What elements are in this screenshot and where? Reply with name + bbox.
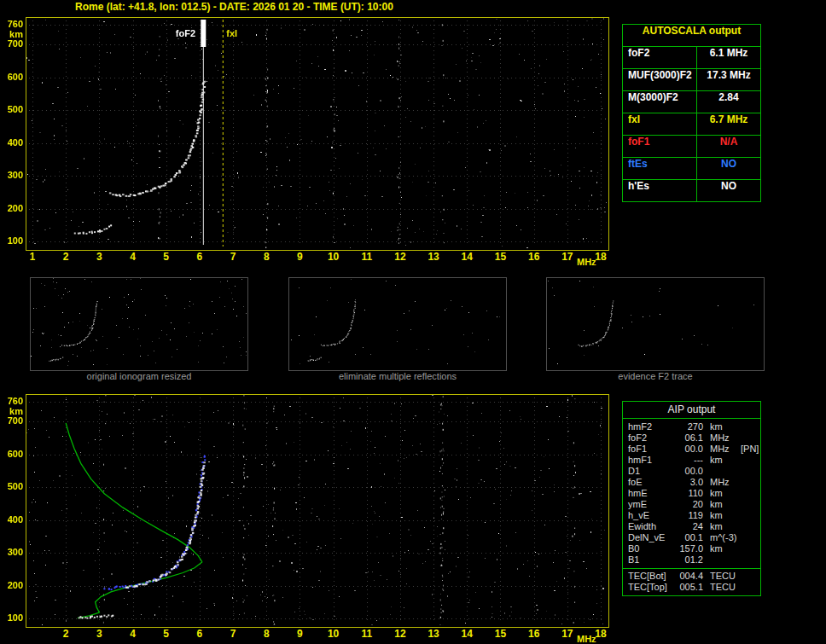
autoscala-row: fxI6.7 MHz (623, 113, 760, 136)
aip-param-unit: m^(-3) (703, 532, 739, 543)
autoscala-param-value: 17.3 MHz (697, 69, 760, 90)
y-tick-label: 200 (1, 203, 23, 213)
y-tick-label: 500 (1, 104, 23, 114)
x-tick-label: 11 (361, 628, 372, 640)
y-tick-label: 600 (1, 449, 23, 459)
aip-param-unit: MHz (703, 444, 739, 455)
autoscala-row: ftEsNO (623, 158, 760, 180)
x-tick-label: 7 (230, 628, 236, 640)
aip-row: B0157.0km (623, 543, 760, 554)
autoscala-param-label: MUF(3000)F2 (623, 69, 697, 90)
thumbnail-evidence-f2-trace-image (547, 278, 764, 367)
x-tick-label: 16 (528, 628, 539, 640)
aip-param-value: 157.0 (674, 543, 703, 554)
aip-param-note (739, 477, 760, 488)
autoscala-row: M(3000)F22.84 (623, 91, 760, 113)
aip-param-note (739, 432, 760, 444)
aip-param-name: D1 (623, 466, 674, 477)
aip-param-name: Ewidth (623, 521, 674, 532)
aip-param-name: h_vE (623, 510, 674, 521)
aip-param-note: [PN] (739, 444, 760, 455)
x-tick-label: 13 (428, 251, 439, 263)
aip-param-note (739, 554, 760, 566)
station-date-title: Rome (lat: +41.8, lon: 012.5) - DATE: 20… (75, 1, 393, 13)
x-axis-unit-label: MHz (577, 634, 596, 644)
x-tick-label: 16 (528, 251, 539, 263)
aip-param-name: DelN_vE (623, 532, 674, 543)
aip-row: B101.2 (623, 554, 760, 566)
y-tick-label: 500 (1, 481, 23, 491)
aip-param-note (739, 582, 760, 593)
autoscala-param-label: fxI (623, 113, 697, 135)
aip-output-table: AIP output hmF2270kmfoF206.1MHzfoF100.0M… (622, 401, 761, 596)
ionogram-plot-top (26, 17, 609, 251)
aip-param-note (739, 532, 760, 543)
thumbnail-eliminate-reflections (288, 277, 507, 371)
aip-row: D100.0 (623, 466, 760, 477)
aip-param-unit: km (703, 455, 739, 466)
autoscala-param-label: ftEs (623, 158, 697, 179)
x-tick-label: 15 (495, 251, 506, 263)
y-tick-label: 760 (1, 19, 23, 29)
aip-param-note (739, 571, 760, 582)
x-tick-label: 3 (96, 628, 102, 640)
autoscala-window: Rome (lat: +41.8, lon: 012.5) - DATE: 20… (0, 0, 826, 644)
aip-param-unit: TECU (703, 582, 739, 593)
x-tick-label: 2 (63, 628, 69, 640)
y-tick-label: 400 (1, 514, 23, 525)
aip-param-note (739, 510, 760, 521)
x-tick-label: 12 (394, 251, 405, 263)
thumbnail-eliminate-reflections-image (289, 278, 506, 367)
ionogram-plot-bottom (26, 394, 609, 628)
aip-param-value: 005.1 (674, 582, 703, 593)
aip-row: foF100.0MHz[PN] (623, 444, 760, 455)
x-tick-label: 14 (462, 251, 473, 263)
aip-param-unit: km (703, 510, 739, 521)
y-axis-unit-label: km (1, 406, 23, 416)
aip-param-unit: km (703, 543, 739, 554)
autoscala-row: MUF(3000)F217.3 MHz (623, 69, 760, 91)
autoscala-param-label: foF2 (623, 47, 697, 68)
y-tick-label: 100 (1, 612, 23, 623)
x-tick-label: 9 (297, 628, 303, 640)
autoscala-output-title: AUTOSCALA output (623, 25, 760, 47)
aip-row: ymE20km (623, 499, 760, 510)
x-tick-label: 17 (561, 628, 573, 640)
aip-row: TEC[Top]005.1TECU (623, 582, 760, 593)
aip-param-unit: km (703, 521, 739, 532)
x-tick-label: 2 (63, 251, 69, 263)
autoscala-param-label: foF1 (623, 136, 697, 157)
y-tick-label: 300 (1, 547, 23, 557)
x-tick-label: 5 (163, 628, 169, 640)
aip-param-name: foE (623, 477, 674, 488)
aip-param-name: hmF1 (623, 455, 674, 466)
autoscala-rows: foF26.1 MHzMUF(3000)F217.3 MHzM(3000)F22… (623, 47, 760, 201)
aip-row: hmF2270km (623, 421, 760, 432)
aip-param-value: 20 (674, 499, 703, 510)
aip-param-unit: km (703, 488, 739, 499)
aip-row: foF206.1MHz (623, 432, 760, 444)
aip-param-value: 00.1 (674, 532, 703, 543)
x-tick-label: 8 (264, 251, 270, 263)
x-tick-label: 1 (30, 251, 36, 263)
aip-param-note (739, 499, 760, 510)
aip-param-name: TEC[Top] (623, 582, 674, 593)
x-axis-unit-label: MHz (577, 257, 596, 267)
autoscala-row: h'EsNO (623, 180, 760, 201)
autoscala-output-table: AUTOSCALA output foF26.1 MHzMUF(3000)F21… (622, 24, 761, 202)
aip-param-value: 00.0 (674, 466, 703, 477)
y-tick-label: 760 (1, 396, 23, 406)
thumbnail-original-ionogram (30, 277, 248, 371)
aip-param-value: 06.1 (674, 432, 703, 444)
aip-param-name: hmE (623, 488, 674, 499)
x-tick-label: 4 (130, 251, 136, 263)
y-axis-unit-label: km (1, 29, 23, 39)
x-tick-label: 4 (130, 628, 136, 640)
aip-param-unit (703, 554, 739, 566)
x-tick-label: 10 (328, 251, 339, 263)
aip-tec-separator (623, 568, 760, 569)
thumbnail-evidence-f2-trace (546, 277, 765, 371)
aip-row: hmF1---km (623, 455, 760, 466)
autoscala-param-value: 6.1 MHz (697, 47, 760, 68)
autoscala-param-label: h'Es (623, 180, 697, 201)
